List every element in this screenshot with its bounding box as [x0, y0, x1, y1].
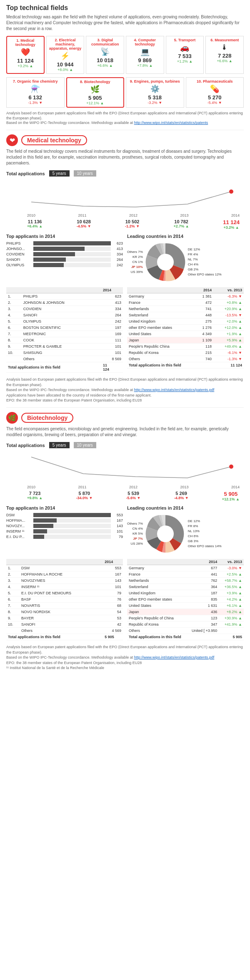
medical-section-header: ❤ Medical technology	[6, 134, 244, 146]
country-china: People's Republic China118+49.4%	[127, 344, 244, 350]
rank-row-4: 4.SANOFI264	[6, 312, 123, 318]
rank-row-6: 6.BOSTON SCIENTIFIC197	[6, 325, 123, 331]
medical-countries: Leading countries in 2014 Others 7% KR 2…	[127, 234, 244, 283]
biotech-val-2010: 7 723 +9.8%	[27, 491, 42, 501]
biotech-country-table: 2014 vs. 2013 Germany677-3.0% France441+…	[127, 559, 244, 640]
svg-point-3	[157, 525, 174, 542]
biotech-applicants: Top applicants in 2014 DSM 553 HOFFMA...…	[6, 505, 123, 555]
rank-row-others: Others8 569	[6, 356, 123, 362]
bar-dsm: DSM 553	[6, 513, 123, 517]
count-5: 7 533	[168, 53, 202, 59]
divider-1	[6, 130, 244, 130]
biotech-section-header: 🌿 Biotechnology	[6, 412, 244, 424]
change-3: +6.6% ▲	[88, 63, 122, 68]
biotech-footnote-link[interactable]: http://www.wipo.int/stats/en/statistics/…	[134, 655, 215, 659]
rank-row-2: 2.JOHNSON & JOHNSON413	[6, 300, 123, 306]
bt-rank-5: 5.E.I. DU PONT DE NEMOURS79	[6, 590, 123, 596]
bt-rank-3: 3.NOVOZYMES143	[6, 578, 123, 584]
biotech-countries: Leading countries in 2014 Others 7% CN 4…	[127, 505, 244, 555]
rank-row-5: 5.OLYMPUS242	[6, 318, 123, 325]
icon-computer: 💻	[128, 47, 162, 56]
medical-5y-btn[interactable]: 5 years	[49, 170, 70, 177]
icon-organic: ⚗️	[8, 84, 62, 93]
bt-country-china: People's Republic of China123+30.9%	[127, 615, 244, 621]
biotech-chart-area: Total applications 5 years 10 years 2010…	[6, 442, 244, 501]
medical-10y-btn[interactable]: 10 years	[74, 170, 96, 177]
rank-col-header	[6, 287, 101, 293]
medical-chart-years: 2010 2011 2012 2013 2014	[27, 213, 240, 217]
change-8: +12.1% ▲	[69, 101, 122, 105]
page-title: Top technical fields	[6, 4, 244, 12]
biotech-pie-svg	[145, 513, 186, 555]
medical-footnote: Analysis based on European patent applic…	[6, 377, 244, 403]
rank-2: 2. Electrical machinery, apparatus, ener…	[48, 38, 82, 51]
medical-rank-table-wrap: 2014 1.PHILIPS623 2.JOHNSON & JOHNSON413…	[6, 287, 123, 373]
medical-chart-controls: Total applications 5 years 10 years	[6, 170, 244, 177]
tech-card-1: 1. Medical technology ❤️ 11 124 +3.2% ▲	[6, 36, 45, 74]
country-us: United States4 349+1.9%	[127, 331, 244, 337]
icon-pharma: 💊	[188, 84, 242, 93]
bt-rank-others: Others4 569	[6, 628, 123, 634]
count-10: 5 270	[188, 94, 242, 101]
svg-point-2	[229, 465, 233, 469]
icon-transport: 🚗	[168, 43, 202, 52]
svg-point-0	[229, 189, 233, 194]
medical-chart-label: Total applications	[6, 171, 45, 176]
biotech-countries-title: Leading countries in 2014	[127, 505, 244, 510]
biotech-10y-btn[interactable]: 10 years	[74, 442, 96, 448]
rank-row-10: 10.SAMSUNG101	[6, 350, 123, 356]
medical-footnote-link[interactable]: http://www.wipo.int/stats/en/statistics/…	[134, 388, 215, 392]
ipc-link[interactable]: http://www.wipo.int/stats/en/statistics/…	[134, 121, 208, 125]
biotech-chart-label: Total applications	[6, 443, 45, 448]
tech-grid-row1: 1. Medical technology ❤️ 11 124 +3.2% ▲ …	[6, 36, 244, 74]
medical-two-col: Top applicants in 2014 PHILIPS 623 JOHNS…	[6, 234, 244, 283]
pie-labels-right: DE 12% FR 4% NL 7% CH 4% GB 2% Other EPO…	[188, 247, 222, 277]
biotech-icon: 🌿	[6, 412, 18, 424]
medical-rank-table: 2014 1.PHILIPS623 2.JOHNSON & JOHNSON413…	[6, 287, 123, 373]
change-4: +7.8% ▲	[128, 63, 162, 68]
bt-rank-8: 8.NOVO NORDISK54	[6, 609, 123, 615]
medical-line-chart-svg	[23, 179, 240, 212]
rank-10: 10. Pharmaceuticals	[188, 79, 242, 83]
bt-country-france: France441+2.5%	[127, 571, 244, 578]
biotech-5y-btn[interactable]: 5 years	[49, 442, 70, 448]
medical-val-2014: 11 124 +3.2%	[223, 219, 240, 230]
biotech-chart-controls: Total applications 5 years 10 years	[6, 442, 244, 448]
count-1: 11 124	[9, 58, 42, 64]
medical-applicants: Top applicants in 2014 PHILIPS 623 JOHNS…	[6, 234, 123, 283]
biotech-detail-tables: 2014 1.DSM553 2.HOFFMANN LA ROCHE167 3.N…	[6, 559, 244, 640]
tech-card-10: 10. Pharmaceuticals 💊 5 270 -5.4% ▼	[186, 77, 244, 108]
bt-country-netherlands: Netherlands762+58.7%	[127, 578, 244, 584]
country-netherlands: Netherlands741+20.9%	[127, 306, 244, 312]
bar-hoffma: HOFFMA... 167	[6, 518, 123, 523]
biotech-pie-right: DE 12% FR 8% NL 13% CH 6% GB 3% Other EP…	[188, 519, 222, 549]
bar-eidupont: E.I. DU P... 79	[6, 535, 123, 539]
biotech-two-col: Top applicants in 2014 DSM 553 HOFFMA...…	[6, 505, 244, 555]
biotech-val-2012: 5 539 -5.6%	[126, 491, 141, 501]
biotech-chart-wrapper	[23, 451, 240, 484]
bt-country-switzerland: Switzerland364+36.5%	[127, 584, 244, 590]
bt-country-other-epo: other EPO member states835+4.2%	[127, 596, 244, 603]
medical-pie-area: Others 7% KR 2% CN 1% JP 10% US 39%	[127, 241, 244, 283]
biotech-line-chart-svg	[23, 451, 240, 484]
icon-engines: ⚙️	[128, 84, 182, 93]
change-7: -1.3% ▼	[8, 101, 62, 105]
rank-8: 8. Biotechnology	[69, 80, 122, 84]
biotech-applicants-title: Top applicants in 2014	[6, 505, 123, 510]
medical-val-2011: 10 628 -4.5%	[77, 219, 91, 230]
medical-countries-title: Leading countries in 2014	[127, 234, 244, 239]
medical-icon: ❤	[6, 134, 18, 146]
svg-point-1	[157, 254, 174, 270]
rank-5: 5. Transport	[168, 38, 202, 42]
biotech-title: Biotechnology	[21, 413, 73, 423]
medical-title: Medical technology	[21, 135, 87, 145]
biotech-chart-years: 2010 2011 2012 2013 2014	[27, 485, 240, 489]
tech-card-7: 7. Organic fine chemistry ⚗️ 6 132 -1.3%…	[6, 77, 65, 108]
bt-country-us: United States1 631+6.1%	[127, 603, 244, 609]
bt-country-japan-hl: Japan436+8.2%	[127, 609, 244, 615]
rank-row-9: 9.PROCTER & GAMBLE101	[6, 344, 123, 350]
icon-electrical: ⚡	[48, 51, 82, 61]
bt-country-germany: Germany677-3.0%	[127, 565, 244, 571]
medical-detail-tables: 2014 1.PHILIPS623 2.JOHNSON & JOHNSON413…	[6, 287, 244, 373]
country-other-epo: other EPO member states1 276+12.0%	[127, 325, 244, 331]
